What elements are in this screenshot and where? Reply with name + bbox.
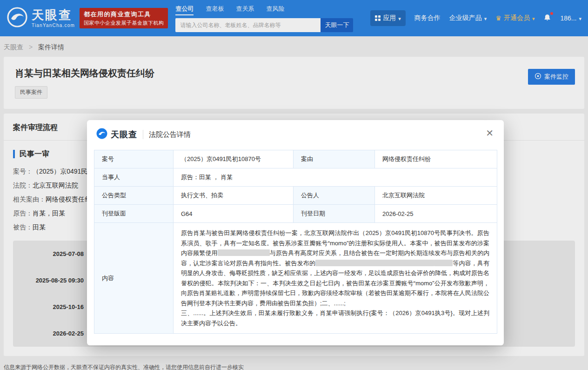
modal-header: 天眼查 法院公告详情 ✕ [87, 120, 504, 147]
cell-value: G64 [174, 205, 294, 223]
close-icon[interactable]: ✕ [484, 127, 495, 140]
vertical-divider [143, 130, 143, 139]
cell-label: 当事人 [94, 168, 174, 187]
cell-value: 北京互联网法院 [375, 187, 497, 205]
announcement-content: 原告肖某与被告田某网络侵权责任纠纷一案，北京互联网法院作出（2025）京0491… [174, 223, 497, 334]
modal-title: 法院公告详情 [149, 130, 191, 139]
table-row: 当事人 原告：田某 ， 肖某 [94, 168, 497, 187]
cell-value: 原告：田某 ， 肖某 [174, 168, 497, 187]
cell-value: 网络侵权责任纠纷 [375, 150, 497, 168]
cell-label: 案由 [294, 150, 375, 168]
cell-label: 案号 [94, 150, 174, 168]
court-announcement-modal: 天眼查 法院公告详情 ✕ 案号 （2025）京0491民初10870号 案由 网… [87, 120, 504, 345]
table-row: 公告类型 执行文书、拍卖 公告人 北京互联网法院 [94, 187, 497, 205]
redacted-block [218, 249, 270, 256]
tianyancha-logo-icon [96, 128, 107, 141]
cell-label: 刊登版面 [94, 205, 174, 223]
modal-brand-logo: 天眼查 [96, 128, 137, 141]
cell-label: 公告人 [294, 187, 375, 205]
cell-label: 公告类型 [94, 187, 174, 205]
table-row: 刊登版面 G64 刊登日期 2026-02-25 [94, 205, 497, 223]
table-row: 案号 （2025）京0491民初10870号 案由 网络侵权责任纠纷 [94, 150, 497, 168]
modal-brand-name: 天眼查 [111, 129, 137, 140]
table-row: 内容 原告肖某与被告田某网络侵权责任纠纷一案，北京互联网法院作出（2025）京0… [94, 223, 497, 334]
redacted-block [434, 260, 453, 266]
cell-value: 执行文书、拍卖 [174, 187, 294, 205]
cell-value: （2025）京0491民初10870号 [174, 150, 294, 168]
cell-label: 刊登日期 [294, 205, 375, 223]
cell-label: 内容 [94, 223, 174, 334]
cell-value: 2026-02-25 [375, 205, 497, 223]
redacted-block [315, 260, 434, 266]
announcement-table: 案号 （2025）京0491民初10870号 案由 网络侵权责任纠纷 当事人 原… [94, 150, 497, 334]
